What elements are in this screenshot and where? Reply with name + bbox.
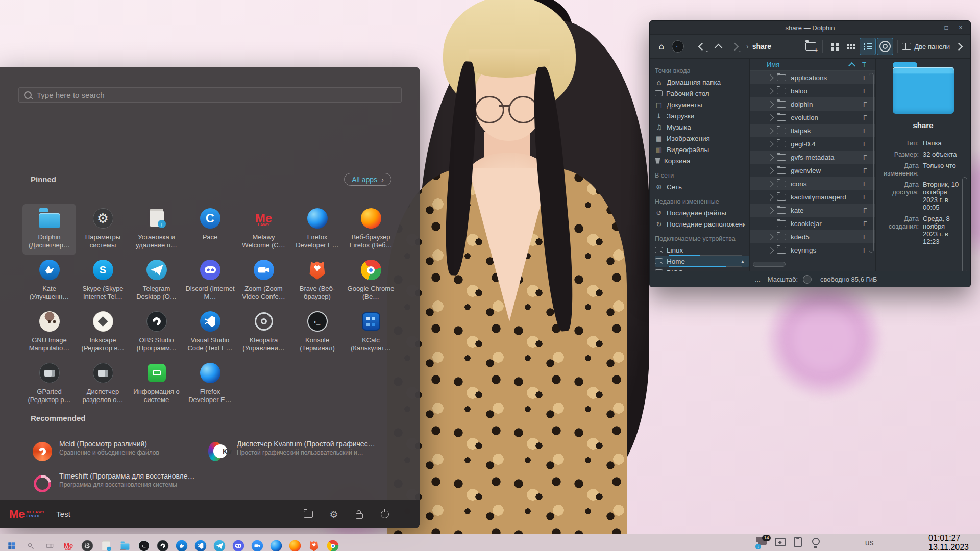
places-item[interactable]: Домашняя папка bbox=[655, 77, 749, 88]
taskbar-app-button[interactable] bbox=[321, 534, 340, 551]
places-item[interactable]: Рабочий стол bbox=[655, 88, 749, 99]
places-item[interactable]: Недавно изменённые bbox=[655, 196, 749, 207]
file-row[interactable]: evolution Г bbox=[750, 111, 875, 124]
places-item[interactable]: Подключаемые устройства bbox=[655, 233, 749, 244]
app-tile[interactable]: C Pace bbox=[183, 204, 237, 255]
icons-view-button[interactable] bbox=[827, 38, 842, 55]
notifications-button[interactable] bbox=[969, 537, 980, 548]
home-button[interactable]: ⌂ bbox=[654, 38, 669, 55]
tray-icon-button[interactable] bbox=[828, 537, 839, 548]
toolbar-overflow-button[interactable] bbox=[951, 38, 966, 55]
file-row[interactable]: icons Г bbox=[750, 177, 875, 190]
places-item[interactable]: Последние расположения bbox=[655, 218, 749, 230]
back-button[interactable] bbox=[694, 38, 709, 55]
app-tile[interactable]: Google Chrome (Be… bbox=[344, 255, 398, 307]
app-tile[interactable]: Konsole (Терминал) bbox=[290, 307, 344, 358]
minimize-button[interactable]: – bbox=[928, 24, 936, 31]
type-column-header[interactable]: Т bbox=[859, 61, 875, 68]
app-tile[interactable]: Firefox Developer E… bbox=[290, 204, 344, 255]
taskbar-app-button[interactable] bbox=[170, 534, 189, 551]
all-apps-button[interactable]: All apps › bbox=[344, 173, 391, 186]
app-tile[interactable]: KCalc (Калькулят… bbox=[344, 307, 398, 358]
file-row[interactable]: flatpak Г bbox=[750, 124, 875, 137]
breadcrumb[interactable]: › share bbox=[743, 42, 774, 51]
app-tile[interactable]: Параметры системы bbox=[76, 204, 130, 255]
places-item[interactable]: Загрузки bbox=[655, 110, 749, 121]
file-row[interactable]: applications Г bbox=[750, 71, 875, 84]
app-tile[interactable]: S Skype (Skype Internet Tel… bbox=[76, 255, 130, 307]
places-item[interactable]: Home ▲ bbox=[655, 256, 749, 267]
app-tile[interactable]: OBS Studio (Программ… bbox=[130, 307, 183, 358]
tray-icon-button[interactable] bbox=[917, 537, 928, 548]
app-tile[interactable]: Discord (Internet M… bbox=[183, 255, 237, 307]
details-view-button[interactable] bbox=[860, 38, 876, 55]
places-item[interactable]: Последние файлы bbox=[655, 207, 749, 218]
taskbar-app-button[interactable]: Me LAWY bbox=[57, 534, 76, 551]
places-item[interactable]: Видеофайлы bbox=[655, 144, 749, 155]
taskbar-app-button[interactable] bbox=[246, 534, 264, 551]
app-tile[interactable]: Установка и удаление п… bbox=[130, 204, 183, 255]
recommended-item[interactable]: Meld (Просмотр различий) Сравнение и объ… bbox=[31, 432, 199, 464]
app-tile[interactable]: Me LAWY Melawy Welcome (C… bbox=[237, 204, 290, 255]
app-tile[interactable]: Brave (Веб-браузер) bbox=[290, 255, 344, 307]
lock-button[interactable] bbox=[354, 509, 365, 520]
name-column-header[interactable]: Имя bbox=[767, 61, 849, 68]
places-item[interactable]: Документы bbox=[655, 99, 749, 110]
tray-icon-button[interactable] bbox=[846, 537, 857, 548]
tray-icon-button[interactable]: 14 bbox=[756, 537, 768, 548]
taskbar-app-button[interactable] bbox=[19, 534, 38, 551]
tray-icon-button[interactable] bbox=[792, 537, 803, 548]
file-row[interactable]: gvfs-metadata Г bbox=[750, 151, 875, 164]
app-tile[interactable]: GNU Image Manipulatio… bbox=[22, 307, 76, 358]
clock[interactable]: 01:01:27 13.11.2023 bbox=[928, 534, 969, 551]
app-tile[interactable]: Веб-браузер Firefox (Веб… bbox=[344, 204, 398, 255]
taskbar-app-button[interactable] bbox=[94, 534, 113, 551]
file-manager-button[interactable] bbox=[303, 509, 314, 520]
app-tile[interactable]: Zoom (Zoom Video Confe… bbox=[237, 255, 290, 307]
terminal-button[interactable]: ›_ bbox=[670, 38, 685, 55]
tray-icon-button[interactable] bbox=[810, 537, 821, 548]
tray-icon-button[interactable] bbox=[774, 537, 786, 548]
app-tile[interactable]: Visual Studio Code (Text E… bbox=[183, 307, 237, 358]
app-tile[interactable]: Информация о системе bbox=[130, 358, 183, 410]
places-item[interactable]: Linux bbox=[655, 244, 749, 256]
places-item[interactable]: Точки входа bbox=[655, 65, 749, 77]
taskbar-app-button[interactable] bbox=[113, 534, 132, 551]
file-row[interactable]: kactivitymanagerd Г bbox=[750, 190, 875, 204]
file-row[interactable]: kate Г bbox=[750, 204, 875, 217]
search-field[interactable] bbox=[18, 87, 402, 103]
breadcrumb-folder[interactable]: share bbox=[752, 42, 771, 51]
maximize-button[interactable]: □ bbox=[943, 24, 950, 31]
compact-view-button[interactable] bbox=[843, 38, 859, 55]
vertical-scrollbar[interactable] bbox=[869, 73, 874, 253]
app-tile[interactable]: Inkscape (Редактор в… bbox=[76, 307, 130, 358]
tray-icon-button[interactable] bbox=[881, 537, 893, 548]
file-row[interactable]: kcookiejar Г bbox=[750, 217, 875, 230]
file-row[interactable]: gegl-0.4 Г bbox=[750, 137, 875, 151]
taskbar-app-button[interactable] bbox=[38, 534, 57, 551]
file-row[interactable]: gwenview Г bbox=[750, 164, 875, 177]
preview-toggle-button[interactable] bbox=[877, 38, 893, 55]
taskbar-app-button[interactable] bbox=[302, 534, 321, 551]
places-item[interactable]: Корзина bbox=[655, 155, 749, 166]
split-view-button[interactable]: Две панели bbox=[902, 38, 950, 55]
app-tile[interactable]: GParted (Редактор р… bbox=[22, 358, 76, 410]
file-row[interactable]: keyrings Г bbox=[750, 243, 875, 257]
recommended-item[interactable]: Kv Диспетчер Kvantum (Простой графичес… … bbox=[208, 432, 403, 464]
forward-button[interactable] bbox=[727, 38, 742, 55]
file-row[interactable]: kded5 Г bbox=[750, 230, 875, 243]
app-tile[interactable]: Dolphin (Диспетчер… bbox=[22, 204, 76, 255]
places-item[interactable]: Музыка bbox=[655, 121, 749, 133]
tray-icon-button[interactable] bbox=[899, 537, 911, 548]
taskbar-app-button[interactable] bbox=[264, 534, 283, 551]
up-button[interactable] bbox=[710, 38, 726, 55]
eject-icon[interactable]: ▲ bbox=[740, 259, 745, 264]
taskbar-app-button[interactable] bbox=[189, 534, 208, 551]
taskbar-app-button[interactable] bbox=[208, 534, 227, 551]
taskbar-app-button[interactable] bbox=[151, 534, 170, 551]
taskbar-app-button[interactable] bbox=[283, 534, 302, 551]
app-tile[interactable]: Telegram Desktop (O… bbox=[130, 255, 183, 307]
places-item[interactable]: Изображения bbox=[655, 133, 749, 144]
horizontal-scrollbar[interactable] bbox=[753, 262, 786, 267]
app-tile[interactable]: Kate (Улучшенн… bbox=[22, 255, 76, 307]
